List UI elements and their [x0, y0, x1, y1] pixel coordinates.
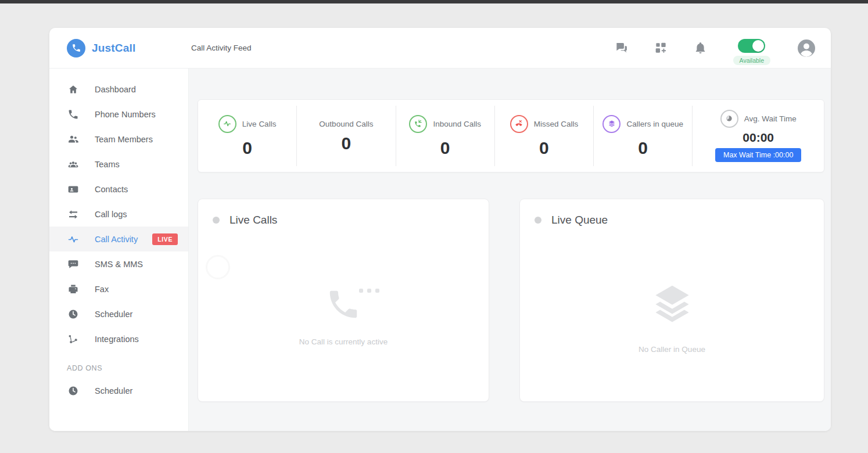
live-calls-empty-text: No Call is currently active	[299, 337, 388, 346]
bell-icon[interactable]	[694, 41, 708, 55]
home-icon	[67, 83, 79, 95]
stat-value: 0	[242, 138, 252, 157]
call-logs-icon	[67, 208, 79, 220]
top-header: JustCall Call Activity Feed Available	[49, 28, 831, 69]
stat-header: Avg. Wait Time	[720, 110, 797, 128]
stat-value: 0	[342, 134, 351, 153]
stat-header: Outbound Calls	[319, 120, 373, 128]
live-queue-empty-state: No Caller in Queue	[520, 199, 824, 401]
sidebar-nav: Dashboard Phone Numbers Team Members Tea…	[49, 77, 188, 351]
sidebar-item[interactable]: Call logs	[49, 202, 188, 227]
sidebar-item[interactable]: Integrations	[49, 326, 188, 351]
stat-label: Live Calls	[242, 120, 277, 128]
sidebar-item-label: Scheduler	[95, 386, 132, 396]
stat-timer-icon	[720, 110, 738, 128]
sidebar-item-label: Contacts	[95, 185, 128, 194]
contacts-icon	[67, 183, 79, 195]
sidebar-item-label: Team Members	[95, 135, 153, 144]
clock-icon	[67, 384, 79, 397]
sidebar-item[interactable]: SMS & MMS	[49, 251, 188, 276]
sidebar-item[interactable]: Contacts	[49, 177, 188, 202]
sidebar-addons: Scheduler	[49, 378, 188, 403]
sidebar-item-label: SMS & MMS	[95, 260, 143, 269]
stat-label: Callers in queue	[626, 120, 683, 128]
stat-label: Outbound Calls	[319, 120, 373, 128]
chat-icon[interactable]	[615, 41, 629, 55]
justcall-logo-icon	[67, 39, 85, 57]
stat-item: Avg. Wait Time 00:00 Max Wait Time :00:0…	[693, 100, 824, 172]
stat-value: 0	[638, 138, 648, 157]
sidebar-item-label: Dashboard	[95, 85, 136, 94]
sidebar-item[interactable]: Scheduler	[49, 301, 188, 326]
availability-status: Available	[733, 56, 770, 65]
page-title: Call Activity Feed	[191, 44, 252, 52]
sidebar-item[interactable]: Scheduler	[49, 378, 188, 403]
sidebar-item-label: Teams	[95, 160, 120, 169]
stat-item: Missed Calls 0	[495, 100, 593, 172]
brand-logo[interactable]: JustCall	[49, 39, 189, 57]
stat-missed-icon	[510, 115, 528, 133]
stat-label: Missed Calls	[534, 120, 579, 128]
stat-item: Outbound Calls 0	[297, 100, 395, 172]
integrations-icon	[67, 333, 79, 345]
live-badge: LIVE	[152, 233, 178, 245]
sms-icon	[67, 258, 79, 270]
phone-icon	[67, 108, 79, 120]
stat-header: Callers in queue	[602, 115, 683, 133]
teams-icon	[67, 158, 79, 170]
max-wait-badge: Max Wait Time :00:00	[715, 148, 801, 162]
stat-inbound-icon	[409, 115, 427, 133]
sidebar-item[interactable]: Teams	[49, 152, 188, 177]
stat-pulse-icon	[218, 115, 236, 133]
layers-empty-icon	[647, 279, 698, 330]
stat-item: Inbound Calls 0	[396, 100, 494, 172]
brand-name: JustCall	[92, 42, 136, 55]
sidebar-item-label: Scheduler	[95, 310, 132, 319]
sidebar-item[interactable]: Team Members	[49, 127, 188, 152]
cards-row: Live Calls No Call is currently active L…	[198, 199, 824, 402]
app-body: Dashboard Phone Numbers Team Members Tea…	[49, 69, 831, 431]
live-calls-card: Live Calls No Call is currently active	[198, 199, 489, 402]
live-calls-empty-state: No Call is currently active	[198, 199, 489, 401]
apps-icon[interactable]	[654, 41, 668, 55]
availability-control: Available	[733, 39, 770, 65]
live-queue-empty-text: No Caller in Queue	[639, 345, 705, 354]
avatar[interactable]	[796, 38, 817, 59]
stat-queue-icon	[602, 115, 620, 133]
sidebar-item-label: Phone Numbers	[95, 110, 156, 119]
toggle-knob	[752, 40, 764, 52]
team-members-icon	[67, 133, 79, 145]
stat-item: Live Calls 0	[198, 100, 296, 172]
stats-bar: Live Calls 0 Outbound Calls 0 Inbound Ca…	[198, 99, 824, 172]
fax-icon	[67, 283, 79, 295]
sidebar-item-label: Fax	[95, 285, 109, 294]
stat-value: 0	[440, 138, 450, 157]
header-actions: Available	[615, 35, 831, 61]
sidebar-item-label: Integrations	[95, 335, 139, 344]
phone-empty-icon	[325, 286, 361, 322]
main-content: Live Calls 0 Outbound Calls 0 Inbound Ca…	[189, 69, 831, 431]
live-queue-card: Live Queue No Caller in Queue	[519, 199, 824, 402]
sidebar-item[interactable]: Call Activity LIVE	[49, 227, 188, 251]
stat-header: Missed Calls	[510, 115, 579, 133]
app-window: JustCall Call Activity Feed Available Da…	[49, 28, 831, 431]
stat-item: Callers in queue 0	[594, 100, 692, 172]
call-activity-icon	[67, 233, 79, 245]
stat-label: Inbound Calls	[433, 120, 481, 128]
sidebar-item-label: Call logs	[95, 210, 127, 219]
addons-section-label: ADD ONS	[49, 351, 188, 378]
stat-header: Live Calls	[218, 115, 277, 133]
sidebar-item-label: Call Activity	[95, 235, 138, 244]
stat-header: Inbound Calls	[409, 115, 481, 133]
availability-toggle[interactable]	[738, 39, 765, 53]
stat-value: 00:00	[743, 131, 774, 144]
sidebar-item[interactable]: Dashboard	[49, 77, 188, 102]
stat-label: Avg. Wait Time	[744, 114, 797, 123]
stat-value: 0	[539, 138, 549, 157]
clock-icon	[67, 308, 79, 320]
sidebar: Dashboard Phone Numbers Team Members Tea…	[49, 69, 189, 431]
sidebar-item[interactable]: Phone Numbers	[49, 102, 188, 127]
window-top-strip	[0, 0, 868, 3]
sidebar-item[interactable]: Fax	[49, 276, 188, 301]
